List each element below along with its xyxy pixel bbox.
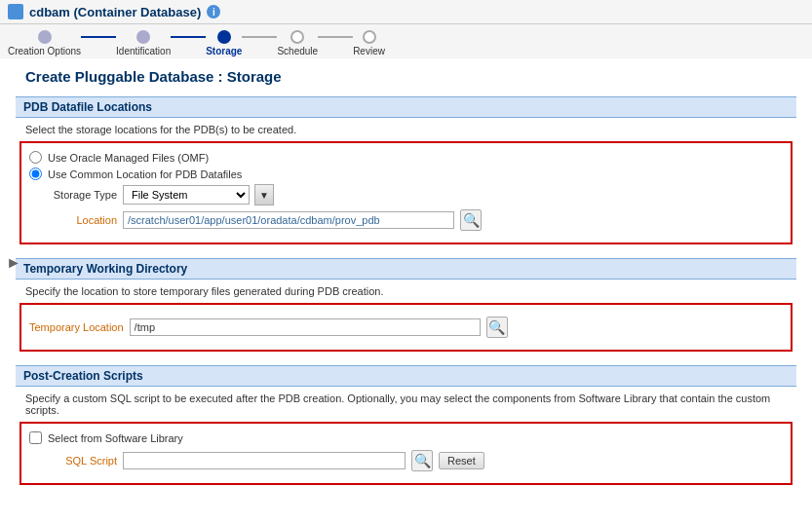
common-location-radio-row: Use Common Location for PDB Datafiles — [29, 168, 783, 180]
temp-dir-header: Temporary Working Directory — [16, 258, 796, 280]
step-label-5: Review — [353, 46, 385, 56]
step-circle-5 — [363, 30, 376, 44]
sql-script-row: SQL Script 🔍 Reset — [29, 450, 783, 471]
sql-script-input[interactable] — [123, 452, 406, 469]
section-pdb-datafile: PDB Datafile Locations Select the storag… — [16, 96, 796, 244]
step-identification[interactable]: Identification — [116, 30, 171, 56]
step-circle-4 — [290, 30, 304, 44]
section-temp-dir: Temporary Working Directory Specify the … — [16, 258, 796, 352]
omf-radio[interactable] — [29, 151, 42, 164]
pdb-datafile-box: Use Oracle Managed Files (OMF) Use Commo… — [19, 141, 793, 244]
temp-location-search-button[interactable]: 🔍 — [486, 317, 508, 338]
storage-type-select[interactable]: File System — [123, 185, 250, 205]
temp-location-input[interactable] — [130, 318, 481, 336]
location-label: Location — [29, 214, 117, 226]
section-post-creation: Post-Creation Scripts Specify a custom S… — [16, 365, 796, 485]
select-library-checkbox[interactable] — [29, 431, 42, 444]
step-circle-3 — [217, 30, 231, 44]
sql-search-icon: 🔍 — [414, 453, 431, 468]
step-circle-1 — [38, 30, 52, 44]
temp-search-icon: 🔍 — [488, 319, 505, 335]
common-location-label: Use Common Location for PDB Datafiles — [48, 168, 242, 180]
db-icon — [8, 4, 23, 19]
reset-button[interactable]: Reset — [439, 452, 484, 469]
connector-2 — [171, 36, 206, 38]
post-creation-box: Select from Software Library SQL Script … — [19, 422, 793, 485]
title-bar: cdbam (Container Database) i — [0, 0, 812, 24]
temp-dir-desc: Specify the location to store temporary … — [25, 285, 796, 297]
step-storage[interactable]: Storage — [206, 30, 242, 56]
post-creation-desc: Specify a custom SQL script to be execut… — [25, 392, 796, 416]
wizard-steps: Creation Options Identification Storage … — [0, 24, 812, 58]
step-review[interactable]: Review — [353, 30, 385, 56]
db-title: cdbam (Container Database) — [29, 5, 201, 19]
step-label-3: Storage — [206, 46, 242, 56]
step-schedule[interactable]: Schedule — [277, 30, 318, 56]
storage-type-dropdown-arrow[interactable]: ▼ — [254, 184, 274, 205]
select-library-label: Select from Software Library — [48, 432, 183, 444]
connector-3 — [242, 36, 277, 38]
select-library-row: Select from Software Library — [29, 431, 783, 444]
location-search-button[interactable]: 🔍 — [460, 209, 482, 231]
step-creation-options[interactable]: Creation Options — [8, 30, 81, 56]
storage-type-label: Storage Type — [29, 189, 117, 201]
step-label-1: Creation Options — [8, 46, 81, 56]
temp-location-row: Temporary Location 🔍 — [29, 317, 783, 338]
info-icon[interactable]: i — [207, 5, 220, 19]
connector-4 — [318, 36, 353, 38]
step-label-4: Schedule — [277, 46, 318, 56]
location-row: Location 🔍 — [29, 209, 783, 231]
location-search-icon: 🔍 — [463, 212, 480, 228]
temp-location-label: Temporary Location — [29, 321, 124, 333]
sql-script-search-button[interactable]: 🔍 — [411, 450, 433, 471]
page-title: Create Pluggable Database : Storage — [25, 68, 796, 85]
content-area: Create Pluggable Database : Storage PDB … — [0, 58, 812, 523]
step-label-2: Identification — [116, 46, 171, 56]
pdb-datafile-header: PDB Datafile Locations — [16, 96, 796, 118]
omf-label: Use Oracle Managed Files (OMF) — [48, 152, 209, 164]
step-circle-2 — [136, 30, 150, 44]
connector-1 — [81, 36, 116, 38]
pdb-datafile-desc: Select the storage locations for the PDB… — [25, 124, 796, 135]
temp-dir-box: Temporary Location 🔍 — [19, 303, 793, 352]
common-location-radio[interactable] — [29, 168, 42, 180]
omf-radio-row: Use Oracle Managed Files (OMF) — [29, 151, 783, 164]
sql-script-label: SQL Script — [29, 455, 117, 467]
storage-type-row: Storage Type File System ▼ — [29, 184, 783, 205]
location-input[interactable] — [123, 211, 454, 229]
left-nav-arrow[interactable]: ► — [2, 253, 25, 273]
post-creation-header: Post-Creation Scripts — [16, 365, 796, 387]
